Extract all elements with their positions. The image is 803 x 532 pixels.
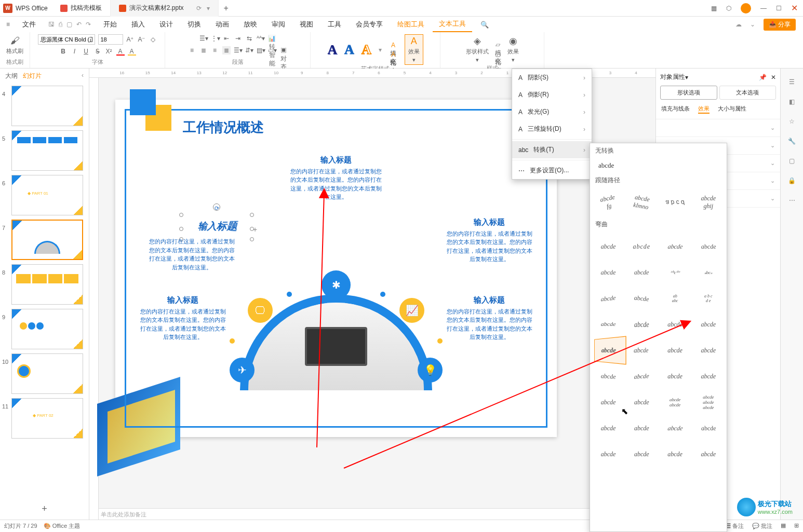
align-left-icon[interactable]: ≡ xyxy=(188,46,196,54)
font-color-button[interactable]: A xyxy=(116,47,125,56)
transform-path-3[interactable]: a b c d xyxy=(659,190,691,215)
text-block-left-upper[interactable]: 您的内容打在这里，或者通过复制您的文本后复制在这里。您的内容打在这里，或者通过复… xyxy=(149,237,235,271)
redo-icon[interactable]: ↷ xyxy=(86,21,91,28)
text-effect-button[interactable]: A效果▾ xyxy=(405,34,423,65)
warp-3-2[interactable]: abcde xyxy=(625,284,658,313)
close-panel-icon[interactable]: ✕ xyxy=(771,74,776,81)
warp-9-1[interactable]: abcde xyxy=(592,442,624,467)
search-icon[interactable]: 🔍 xyxy=(474,17,495,32)
sidebar-adjust-icon[interactable]: ◧ xyxy=(787,97,797,107)
warp-3-3[interactable]: ababc xyxy=(659,286,691,311)
menu-drawing-tools[interactable]: 绘图工具 xyxy=(391,17,431,32)
font-size-select[interactable] xyxy=(98,34,123,45)
undo-icon[interactable]: ↶ xyxy=(76,21,82,28)
warp-8-3[interactable]: abcde xyxy=(657,416,693,441)
tab-close-icon[interactable]: ⟳ xyxy=(196,5,202,12)
subtab-size[interactable]: 大小与属性 xyxy=(718,105,746,114)
warp-2-4[interactable]: ₐbcₑ xyxy=(692,260,725,285)
warp-8-4[interactable]: abcde xyxy=(690,416,727,441)
text-dir-icon[interactable]: ᴬᴬ▾ xyxy=(257,34,265,43)
print-icon[interactable]: ⎙ xyxy=(59,21,62,28)
italic-button[interactable]: I xyxy=(71,47,79,56)
warp-4-2[interactable]: abcde xyxy=(625,309,658,339)
menu-member[interactable]: 会员专享 xyxy=(350,17,389,32)
warp-9-2[interactable]: abcde xyxy=(625,442,658,467)
view-normal-icon[interactable]: ▦ xyxy=(781,522,786,530)
tab-menu-icon[interactable]: ▾ xyxy=(207,5,210,12)
tab-slides[interactable]: 幻灯片 xyxy=(23,72,42,80)
prop-row-1[interactable]: ⌄ xyxy=(656,119,780,137)
menu-view[interactable]: 视图 xyxy=(293,17,319,32)
menu-slideshow[interactable]: 放映 xyxy=(237,17,263,32)
circle-right-2[interactable]: 📈 xyxy=(399,298,424,323)
thumb-list[interactable]: 4 5 6◆ PART 01 7 8 9 10 11◆ PART 02 xyxy=(0,84,89,498)
selected-title-text[interactable]: 输入标题 xyxy=(188,219,250,235)
warp-7-4[interactable]: abcdeabcdeabcde xyxy=(692,390,725,415)
save-icon[interactable]: 🖫 xyxy=(48,21,55,28)
warp-8-2[interactable]: abcde xyxy=(625,416,658,441)
text-block-top[interactable]: 输入标题您的内容打在这里，或者通过复制您的文本后复制在这里。您的内容打在这里，或… xyxy=(289,154,383,201)
circle-left-2[interactable]: 🖵 xyxy=(248,298,273,323)
menu-transition[interactable]: 切换 xyxy=(181,17,207,32)
text-block-right-lower[interactable]: 输入标题您的内容打在这里，或者通过复制您的文本后复制在这里。您的内容打在这里，或… xyxy=(445,294,533,342)
font-family-select[interactable] xyxy=(38,34,95,45)
strike-button[interactable]: S̶ xyxy=(93,47,102,56)
smart-graphic-button[interactable]: 📊 转智能图形 xyxy=(268,34,276,43)
warp-8-1[interactable]: abcde xyxy=(592,416,624,441)
warp-1-3[interactable]: abcde xyxy=(657,234,693,259)
warp-7-2[interactable]: abcde xyxy=(625,390,658,415)
warp-7-1[interactable]: abcde xyxy=(592,390,624,415)
thumb-7[interactable]: 7 xyxy=(2,220,87,260)
columns-icon[interactable]: ☰▾ xyxy=(234,46,242,54)
collapse-panel-icon[interactable]: ‹ xyxy=(82,72,84,80)
wordart-style-3[interactable]: A xyxy=(362,42,371,58)
effect-transform[interactable]: abc转换(T)› xyxy=(512,141,592,158)
status-notes[interactable]: ☰ 备注 xyxy=(725,522,744,530)
thumb-4[interactable]: 4 xyxy=(2,86,87,126)
warp-6-1[interactable]: abcde xyxy=(591,363,625,389)
text-block-left-lower[interactable]: 输入标题您的内容打在这里，或者通过复制您的文本后复制在这里。您的内容打在这里，或… xyxy=(139,294,227,342)
menu-insert[interactable]: 插入 xyxy=(125,17,151,32)
warp-1-1[interactable]: abcde xyxy=(592,234,624,259)
shape-effect-button[interactable]: ◉效果▾ xyxy=(505,34,521,64)
warp-5-2[interactable]: abcde xyxy=(623,336,655,364)
thumb-5[interactable]: 5 xyxy=(2,130,87,171)
warp-9-4[interactable]: abcde xyxy=(692,442,725,467)
indent-inc-icon[interactable]: ⇥ xyxy=(234,34,242,43)
align-text-button[interactable]: ▣ 对齐文本▾ xyxy=(279,46,288,54)
warp-3-1[interactable]: abcde xyxy=(592,284,624,313)
shape-outline-button[interactable]: ▢ 轮廓▾ xyxy=(494,50,502,58)
effect-3drotate[interactable]: A三维旋转(D)› xyxy=(512,120,592,138)
tab-text-options[interactable]: 文本选项 xyxy=(719,86,777,100)
resize-handle-tr[interactable] xyxy=(250,213,254,217)
effect-reflection[interactable]: A倒影(R)› xyxy=(512,86,592,103)
warp-2-1[interactable]: abcde xyxy=(590,262,627,286)
transform-path-1[interactable]: abcdefg xyxy=(590,187,627,218)
resize-handle-br[interactable] xyxy=(250,237,254,241)
tab-document[interactable]: 演示文稿素材2.pptx⟳▾ xyxy=(111,0,219,17)
thumb-6[interactable]: 6◆ PART 01 xyxy=(2,175,87,215)
add-slide-button[interactable]: + xyxy=(0,498,89,520)
menu-tools[interactable]: 工具 xyxy=(322,17,347,32)
transform-gallery[interactable]: 无转换 abcde 跟随路径 abcdefg abcdeklmno a b c … xyxy=(590,143,727,532)
wordart-style-2[interactable]: A xyxy=(344,42,354,58)
warp-2-2[interactable]: abcde xyxy=(623,259,660,283)
maximize-button[interactable]: ☐ xyxy=(776,5,782,12)
warp-5-4[interactable]: abcde xyxy=(692,338,725,363)
sidebar-star-icon[interactable]: ☆ xyxy=(787,116,797,127)
warp-5-1-selected[interactable]: abcde xyxy=(594,336,626,364)
bold-button[interactable]: B xyxy=(59,47,68,56)
minimize-button[interactable]: — xyxy=(760,5,767,12)
resize-handle-tl[interactable] xyxy=(179,213,183,217)
warp-9-3[interactable]: abcde xyxy=(659,442,691,467)
resize-handle-l[interactable] xyxy=(179,227,183,231)
share-button[interactable]: 📤 分享 xyxy=(764,19,796,31)
chevron-down-icon[interactable]: ⌄ xyxy=(750,21,755,28)
format-brush-button[interactable]: 🖌格式刷 xyxy=(4,34,25,56)
warp-5-3[interactable]: abcde xyxy=(659,338,691,363)
transform-path-4[interactable]: abcdeghij xyxy=(692,190,725,215)
new-tab-button[interactable]: + xyxy=(219,4,234,13)
warp-4-4[interactable]: abcde xyxy=(692,312,725,337)
text-block-right-upper[interactable]: 输入标题您的内容打在这里，或者通过复制您的文本后复制在这里。您的内容打在这里，或… xyxy=(445,216,533,264)
align-center-icon[interactable]: ≣ xyxy=(199,46,208,54)
